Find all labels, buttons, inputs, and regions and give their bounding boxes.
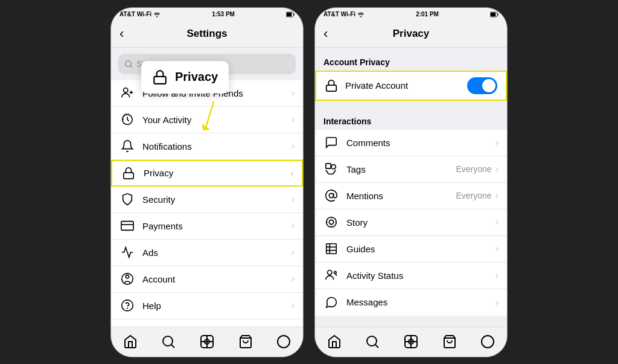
- private-account-toggle[interactable]: [467, 77, 497, 94]
- privacy-item-guides[interactable]: Guides ›: [315, 236, 507, 263]
- guides-icon: [323, 241, 339, 257]
- tooltip-arrow: [193, 101, 235, 132]
- svg-point-58: [482, 336, 494, 348]
- card-icon: [119, 218, 135, 234]
- security-label: Security: [142, 194, 291, 205]
- svg-rect-43: [327, 244, 337, 254]
- status-carrier-right: AT&T Wi-Fi: [323, 11, 365, 18]
- comment-icon: [323, 135, 339, 150]
- svg-rect-1: [287, 12, 292, 16]
- svg-line-4: [130, 65, 132, 67]
- privacy-item-tags[interactable]: Tags Everyone ›: [315, 156, 507, 183]
- tab-profile-left[interactable]: [276, 334, 291, 349]
- settings-nav-bar: ‹ Settings: [111, 21, 303, 48]
- messages-icon: [323, 295, 339, 310]
- privacy-item-comments[interactable]: Comments ›: [315, 130, 507, 156]
- activity-icon: [119, 112, 135, 127]
- story-icon: [323, 214, 339, 230]
- settings-item-help[interactable]: Help ›: [111, 293, 303, 319]
- tab-profile-right[interactable]: [480, 334, 495, 349]
- privacy-item-messages[interactable]: Messages ›: [315, 289, 507, 316]
- svg-line-52: [375, 345, 379, 348]
- svg-point-47: [328, 270, 332, 275]
- private-account-row[interactable]: Private Account: [315, 71, 507, 101]
- tab-search-left[interactable]: [161, 334, 176, 349]
- svg-rect-34: [326, 164, 331, 168]
- divider-2: [315, 316, 507, 322]
- battery-icon-right: [490, 11, 499, 18]
- svg-rect-9: [124, 173, 134, 179]
- wifi-icon-right: [357, 11, 365, 18]
- settings-item-payments[interactable]: Payments ›: [111, 213, 303, 240]
- back-button-right[interactable]: ‹: [323, 26, 328, 42]
- status-bar-right: AT&T Wi-Fi 2:01 PM: [315, 8, 507, 21]
- privacy-item-story[interactable]: Story ›: [315, 209, 507, 236]
- tab-search-right[interactable]: [365, 334, 380, 349]
- status-time-right: 2:01 PM: [416, 11, 439, 18]
- private-account-label: Private Account: [345, 80, 467, 91]
- settings-item-ads[interactable]: Ads ›: [111, 240, 303, 266]
- mentions-value: Everyone: [456, 191, 492, 200]
- svg-point-36: [329, 193, 333, 197]
- svg-point-48: [334, 272, 337, 274]
- svg-rect-32: [497, 13, 499, 15]
- tags-value: Everyone: [456, 164, 492, 174]
- mentions-icon: [323, 188, 339, 203]
- settings-item-notifications[interactable]: Notifications ›: [111, 133, 303, 160]
- tab-reels-left[interactable]: [200, 334, 214, 349]
- settings-item-privacy[interactable]: Privacy ›: [111, 160, 303, 187]
- privacy-nav-bar: ‹ Privacy: [315, 21, 507, 48]
- right-phone: AT&T Wi-Fi 2:01 PM ‹ Privacy Account Pri…: [314, 7, 508, 357]
- status-bar-left: AT&T Wi-Fi 1:53 PM: [111, 8, 303, 21]
- activity-status-icon: [323, 267, 339, 283]
- activity-status-label: Activity Status: [346, 270, 495, 281]
- tab-shop-left[interactable]: [238, 334, 253, 349]
- shield-icon: [119, 191, 135, 207]
- svg-point-14: [122, 300, 133, 311]
- svg-rect-19: [154, 76, 166, 83]
- interactions-header: Interactions: [315, 107, 507, 130]
- svg-line-23: [171, 345, 175, 348]
- ads-label: Ads: [142, 247, 291, 258]
- svg-rect-2: [293, 13, 295, 15]
- tab-reels-right[interactable]: [404, 334, 418, 349]
- tab-home-left[interactable]: [123, 334, 138, 349]
- connections-header: Connections: [315, 322, 507, 327]
- payments-label: Payments: [142, 221, 291, 231]
- bottom-tab-bar-right: [315, 327, 507, 357]
- privacy-item-activity[interactable]: Activity Status ›: [315, 263, 507, 289]
- help-icon: [119, 298, 135, 313]
- account-icon: [119, 271, 135, 287]
- follow-icon: [119, 85, 135, 101]
- settings-item-account[interactable]: Account ›: [111, 266, 303, 293]
- settings-title: Settings: [186, 28, 227, 40]
- tab-shop-right[interactable]: [442, 334, 457, 349]
- notifications-label: Notifications: [142, 141, 291, 152]
- svg-point-37: [327, 217, 337, 228]
- mentions-label: Mentions: [346, 191, 456, 201]
- tags-label: Tags: [346, 164, 456, 174]
- status-carrier-left: AT&T Wi-Fi: [119, 11, 161, 18]
- account-privacy-header: Account Privacy: [315, 48, 507, 71]
- back-button-left[interactable]: ‹: [119, 26, 124, 42]
- tooltip-lock-icon: [152, 69, 168, 85]
- svg-point-29: [278, 336, 290, 348]
- lock-icon-left: [121, 165, 136, 181]
- svg-rect-33: [327, 85, 337, 91]
- privacy-title: Privacy: [393, 28, 430, 40]
- search-icon: [124, 60, 133, 68]
- tab-home-right[interactable]: [327, 334, 342, 349]
- svg-point-5: [124, 88, 128, 92]
- svg-rect-10: [121, 222, 133, 231]
- settings-item-security[interactable]: Security ›: [111, 187, 303, 213]
- svg-line-20: [206, 101, 214, 127]
- privacy-screen: Account Privacy Private Account Interact…: [315, 48, 507, 327]
- story-label: Story: [346, 217, 495, 228]
- settings-item-about[interactable]: About ›: [111, 319, 303, 327]
- interactions-section: Interactions Comments ›: [315, 107, 507, 316]
- account-label: Account: [142, 274, 291, 284]
- ads-icon: [119, 244, 135, 260]
- status-right-right: [490, 11, 499, 18]
- privacy-item-mentions[interactable]: Mentions Everyone ›: [315, 183, 507, 209]
- svg-point-38: [329, 220, 333, 224]
